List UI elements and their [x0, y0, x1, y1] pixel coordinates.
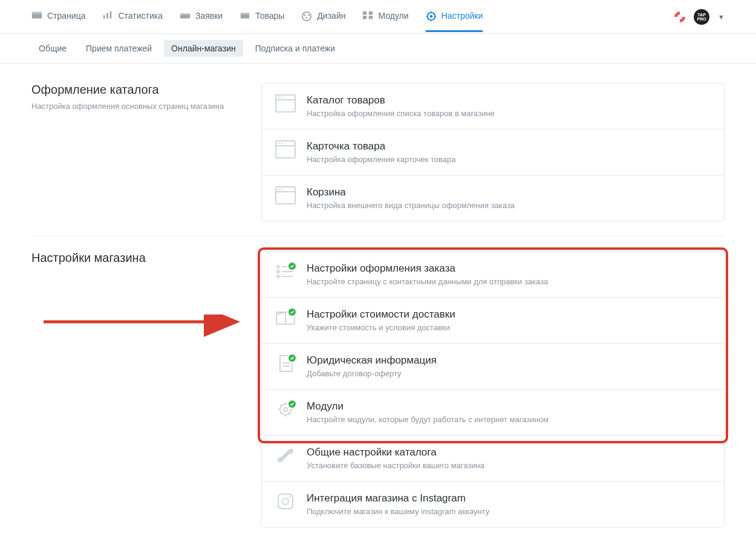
card-title: Юридическая информация: [307, 354, 711, 367]
section-body: Настройки оформления заказа Настройте ст…: [261, 251, 725, 527]
orders-icon: [180, 11, 191, 21]
content: Оформление каталога Настройка оформления…: [0, 64, 756, 545]
svg-point-21: [278, 97, 280, 99]
card-order-settings[interactable]: Настройки оформления заказа Настройте ст…: [262, 252, 724, 297]
nav-stats[interactable]: Статистика: [102, 1, 163, 32]
card-desc: Настройка оформления списка товаров в ма…: [307, 109, 711, 118]
card-title: Настройки стоимости доставки: [307, 308, 711, 321]
modules-icon: [362, 11, 373, 21]
section-catalog-design: Оформление каталога Настройка оформления…: [31, 83, 725, 237]
section-title: Настройки магазина: [31, 251, 237, 265]
sub-nav: Общие Прием платежей Онлайн-магазин Подп…: [0, 34, 756, 64]
card-modules[interactable]: Модули Настройте модули, которые будут р…: [262, 389, 724, 435]
help-icon[interactable]: [674, 11, 685, 22]
nav-design[interactable]: Дизайн: [301, 1, 345, 32]
svg-point-35: [277, 275, 279, 278]
card-desc: Настройка внешнего вида страницы оформле…: [307, 201, 711, 210]
nav-orders[interactable]: Заявки: [180, 1, 223, 32]
nav-label: Страница: [47, 11, 85, 21]
top-nav: Страница Статистика Заявки Товары Дизайн: [0, 0, 756, 34]
section-desc: Настройка оформления основных страниц ма…: [31, 102, 237, 111]
nav-label: Настройки: [442, 11, 483, 21]
subnav-general[interactable]: Общие: [31, 40, 74, 57]
svg-rect-45: [278, 494, 293, 509]
svg-rect-2: [103, 15, 105, 18]
nav-products[interactable]: Товары: [240, 1, 284, 32]
tools-icon: [275, 446, 296, 465]
svg-rect-4: [110, 11, 112, 19]
design-icon: [301, 11, 312, 21]
svg-point-31: [277, 266, 279, 268]
list-icon: [275, 263, 296, 281]
card-product-card[interactable]: Карточка товара Настройка оформления кар…: [262, 129, 724, 175]
section-shop-settings: Настройки магазина Настройки оформления …: [31, 251, 725, 542]
nav-label: Заявки: [195, 11, 223, 21]
stats-icon: [102, 11, 113, 21]
card-desc: Настройте страницу с контактными данными…: [307, 277, 711, 286]
card-title: Настройки оформления заказа: [307, 263, 711, 275]
svg-point-18: [429, 15, 432, 18]
card-delivery-cost[interactable]: Настройки стоимости доставки Укажите сто…: [262, 297, 724, 343]
gear-icon: [275, 400, 296, 419]
subnav-payments[interactable]: Прием платежей: [79, 40, 159, 57]
page-icon: [31, 11, 42, 21]
svg-rect-15: [363, 16, 367, 19]
card-desc: Настройте модули, которые будут работать…: [307, 415, 711, 424]
section-header: Оформление каталога Настройка оформления…: [31, 83, 237, 221]
card-title: Карточка товара: [307, 140, 711, 152]
card-desc: Добавьте договор-оферту: [307, 369, 711, 378]
check-badge-icon: [287, 353, 297, 363]
section-header: Настройки магазина: [31, 251, 237, 527]
card-title: Интеграция магазина с Instagram: [307, 492, 711, 504]
instagram-icon: [275, 492, 296, 511]
card-cart[interactable]: Корзина Настройка внешнего вида страницы…: [262, 175, 724, 221]
svg-point-47: [289, 497, 291, 498]
settings-icon: [426, 11, 437, 21]
window-icon: [275, 186, 296, 204]
svg-rect-6: [180, 13, 190, 15]
window-icon: [275, 140, 296, 158]
nav-settings[interactable]: Настройки: [426, 1, 483, 32]
svg-point-11: [308, 15, 310, 16]
nav-label: Дизайн: [317, 11, 345, 21]
svg-rect-8: [241, 13, 249, 15]
svg-point-29: [278, 189, 280, 191]
svg-point-22: [281, 97, 283, 99]
svg-point-25: [278, 143, 280, 145]
products-icon: [240, 11, 250, 21]
nav-modules[interactable]: Модули: [362, 1, 408, 32]
section-body: Каталог товаров Настройка оформления спи…: [261, 83, 725, 221]
svg-rect-16: [369, 16, 373, 19]
card-desc: Установите базовые настройки вашего мага…: [307, 461, 711, 470]
svg-point-9: [302, 12, 311, 21]
svg-point-30: [281, 189, 283, 191]
card-general-catalog[interactable]: Общие настройки каталога Установите базо…: [262, 435, 724, 481]
top-nav-left: Страница Статистика Заявки Товары Дизайн: [31, 1, 674, 32]
card-catalog[interactable]: Каталог товаров Настройка оформления спи…: [262, 83, 724, 129]
subnav-subscription[interactable]: Подписка и платежи: [248, 40, 342, 57]
nav-label: Товары: [255, 11, 284, 21]
subnav-online-shop[interactable]: Онлайн-магазин: [164, 40, 243, 57]
check-badge-icon: [287, 307, 297, 317]
check-badge-icon: [287, 261, 297, 271]
card-list: Каталог товаров Настройка оформления спи…: [261, 83, 725, 221]
nav-label: Модули: [378, 11, 408, 21]
card-instagram[interactable]: Интеграция магазина с Instagram Подключи…: [262, 481, 724, 527]
card-title: Корзина: [307, 186, 711, 198]
svg-point-42: [284, 408, 287, 411]
window-icon: [275, 94, 296, 113]
svg-rect-1: [32, 12, 42, 15]
nav-label: Статистика: [118, 11, 163, 21]
check-badge-icon: [287, 399, 297, 409]
nav-page[interactable]: Страница: [31, 1, 85, 32]
svg-point-26: [281, 143, 283, 145]
top-nav-right: TAP PRO ▼: [674, 9, 725, 25]
chevron-down-icon[interactable]: ▼: [718, 13, 725, 21]
svg-rect-3: [107, 13, 109, 19]
card-desc: Настройка оформления карточек товара: [307, 155, 711, 164]
card-legal-info[interactable]: Юридическая информация Добавьте договор-…: [262, 343, 724, 389]
doc-icon: [275, 354, 296, 373]
avatar[interactable]: TAP PRO: [694, 9, 709, 25]
card-title: Общие настройки каталога: [307, 446, 711, 459]
svg-point-46: [282, 498, 288, 504]
